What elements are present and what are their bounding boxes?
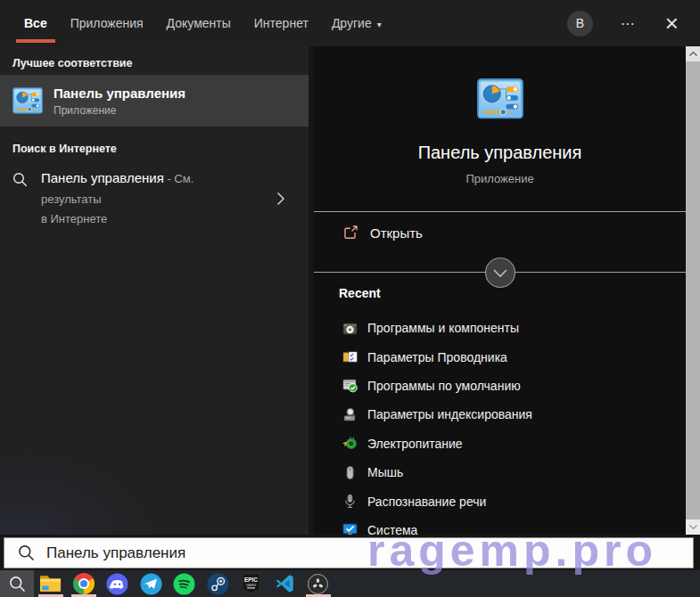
control-panel-icon xyxy=(477,78,523,119)
folder-options-icon xyxy=(342,349,358,364)
epic-games-icon: EPIC GAMES xyxy=(242,573,260,594)
chevron-right-icon[interactable] xyxy=(276,192,285,206)
open-action-label: Открыть xyxy=(370,225,423,241)
taskbar-spotify[interactable] xyxy=(168,570,202,597)
best-match-result[interactable]: Панель управления Приложение xyxy=(0,75,309,127)
close-icon[interactable]: × xyxy=(665,12,679,35)
search-box[interactable] xyxy=(4,537,694,568)
search-results-body: Лучшее соответствие Панель управления Пр… xyxy=(0,46,700,535)
telegram-icon xyxy=(140,573,162,595)
recent-item[interactable]: Программы и компоненты xyxy=(314,314,686,342)
obs-icon xyxy=(308,574,328,594)
suggestion-line2: в Интернете xyxy=(41,209,257,229)
avatar[interactable]: В xyxy=(567,11,593,37)
recent-item-label: Система xyxy=(367,523,417,535)
tab-documents[interactable]: Документы xyxy=(167,16,231,30)
open-action[interactable]: Открыть xyxy=(342,225,423,241)
recent-item-label: Параметры Проводника xyxy=(367,350,507,364)
search-tab-bar: Все Приложения Документы Интернет Другие… xyxy=(0,0,700,46)
best-match-title: Панель управления xyxy=(54,86,185,101)
taskbar-search-button[interactable] xyxy=(0,570,34,597)
mouse-icon xyxy=(342,465,358,480)
epic-sublabel: GAMES xyxy=(246,584,257,587)
scroll-up-button[interactable] xyxy=(686,46,700,61)
file-explorer-icon xyxy=(39,574,62,593)
best-match-header: Лучшее соответствие xyxy=(0,46,309,75)
tab-more[interactable]: Другие▾ xyxy=(332,16,382,30)
vscode-icon xyxy=(274,573,295,594)
scrollbar[interactable] xyxy=(686,46,700,535)
speech-recognition-icon xyxy=(342,494,358,509)
recent-item[interactable]: Параметры Проводника xyxy=(314,342,686,371)
tab-all[interactable]: Все xyxy=(24,16,47,30)
chevron-down-icon xyxy=(689,525,697,529)
taskbar-chrome[interactable] xyxy=(68,570,102,597)
discord-icon xyxy=(106,573,128,595)
steam-icon xyxy=(207,573,229,595)
results-list-pane: Лучшее соответствие Панель управления Пр… xyxy=(0,46,314,535)
best-match-subtitle: Приложение xyxy=(54,104,185,117)
recent-header: Recent xyxy=(339,286,381,300)
system-icon xyxy=(342,522,358,535)
recent-item-label: Параметры индексирования xyxy=(367,407,532,421)
control-panel-icon xyxy=(12,87,43,114)
recent-item-label: Программы по умолчанию xyxy=(367,379,521,393)
taskbar-discord[interactable] xyxy=(101,570,135,597)
recent-list: Программы и компоненты Параметры Проводн… xyxy=(314,314,686,535)
tab-apps[interactable]: Приложения xyxy=(70,16,144,30)
search-icon xyxy=(9,576,26,593)
taskbar-file-explorer[interactable] xyxy=(34,570,68,597)
taskbar-obs[interactable] xyxy=(301,570,335,597)
recent-item[interactable]: Система xyxy=(314,516,686,535)
power-options-icon xyxy=(342,436,358,451)
chevron-down-icon: ▾ xyxy=(377,20,382,29)
chrome-icon xyxy=(73,573,95,594)
search-input[interactable] xyxy=(46,544,693,562)
scroll-down-button[interactable] xyxy=(686,519,700,535)
more-options-icon[interactable]: ⋯ xyxy=(621,15,638,32)
recent-item[interactable]: Мышь xyxy=(314,458,686,487)
recent-item[interactable]: Электропитание xyxy=(314,429,686,458)
search-icon xyxy=(18,544,35,561)
taskbar-epic-games[interactable]: EPIC GAMES xyxy=(235,570,268,597)
taskbar-vscode[interactable] xyxy=(268,570,302,597)
spotify-icon xyxy=(173,573,195,595)
programs-features-icon xyxy=(342,321,358,336)
tab-web[interactable]: Интернет xyxy=(254,16,309,30)
taskbar: EPIC GAMES xyxy=(0,570,700,597)
web-suggestion-row[interactable]: Панель управления - См. результаты в Инт… xyxy=(0,160,309,240)
result-detail-pane: Панель управления Приложение Открыть Rec… xyxy=(314,46,686,535)
chevron-down-circle-icon[interactable] xyxy=(484,257,516,289)
open-external-icon xyxy=(342,225,358,241)
taskbar-steam[interactable] xyxy=(202,570,235,597)
recent-item-label: Электропитание xyxy=(367,437,463,451)
recent-item-label: Программы и компоненты xyxy=(367,321,519,335)
tab-bar-controls: В ⋯ × xyxy=(567,11,688,37)
recent-item[interactable]: Программы по умолчанию xyxy=(314,372,686,400)
search-bar xyxy=(0,535,700,570)
windows-search-flyout: Все Приложения Документы Интернет Другие… xyxy=(0,0,700,597)
divider xyxy=(314,211,686,212)
taskbar-telegram[interactable] xyxy=(135,570,169,597)
app-subtitle: Приложение xyxy=(314,172,686,185)
indexing-options-icon xyxy=(342,407,358,422)
recent-item[interactable]: Параметры индексирования xyxy=(314,400,686,429)
app-title: Панель управления xyxy=(314,143,686,163)
suggestion-query: Панель управления xyxy=(41,170,164,185)
default-programs-icon xyxy=(342,378,358,393)
web-search-header: Поиск в Интернете xyxy=(0,132,309,160)
recent-item-label: Распознавание речи xyxy=(367,495,486,509)
epic-label: EPIC xyxy=(244,577,258,583)
recent-item-label: Мышь xyxy=(367,465,403,479)
tab-more-label: Другие xyxy=(332,16,372,30)
recent-item[interactable]: Распознавание речи xyxy=(314,487,686,515)
chevron-up-icon xyxy=(689,52,697,56)
search-icon xyxy=(12,172,28,187)
